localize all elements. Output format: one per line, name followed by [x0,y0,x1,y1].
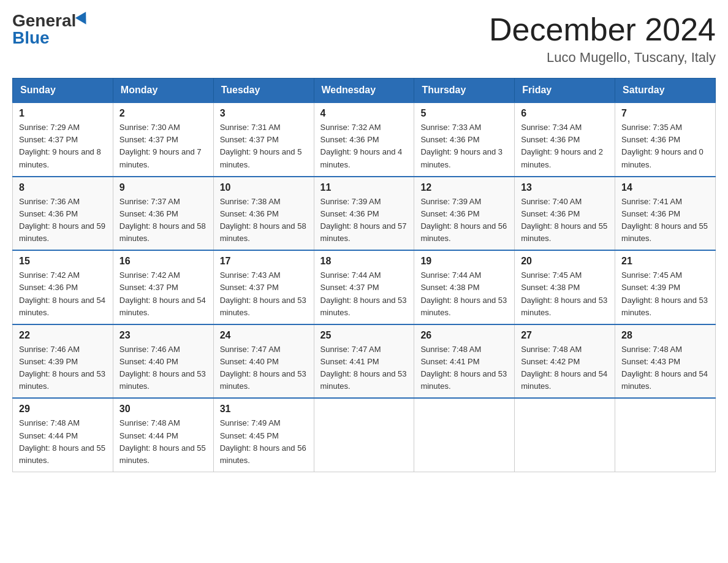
calendar-day-cell: 22 Sunrise: 7:46 AMSunset: 4:39 PMDaylig… [13,324,113,399]
calendar-day-cell: 19 Sunrise: 7:44 AMSunset: 4:38 PMDaylig… [414,250,515,324]
calendar-day-cell: 27 Sunrise: 7:48 AMSunset: 4:42 PMDaylig… [515,324,615,399]
day-info: Sunrise: 7:38 AMSunset: 4:36 PMDaylight:… [220,197,306,243]
day-number: 20 [521,256,609,267]
day-number: 19 [420,256,508,267]
calendar-day-cell: 14 Sunrise: 7:41 AMSunset: 4:36 PMDaylig… [615,177,716,251]
calendar-header-row: SundayMondayTuesdayWednesdayThursdayFrid… [13,79,716,103]
day-info: Sunrise: 7:46 AMSunset: 4:40 PMDaylight:… [119,345,206,391]
day-of-week-header: Sunday [13,79,113,103]
calendar-day-cell: 1 Sunrise: 7:29 AMSunset: 4:37 PMDayligh… [13,102,113,177]
day-number: 28 [621,330,709,341]
day-number: 27 [521,330,609,341]
day-info: Sunrise: 7:32 AMSunset: 4:36 PMDaylight:… [320,123,403,169]
day-info: Sunrise: 7:34 AMSunset: 4:36 PMDaylight:… [521,123,603,169]
calendar-day-cell: 5 Sunrise: 7:33 AMSunset: 4:36 PMDayligh… [414,102,515,177]
calendar-day-cell: 26 Sunrise: 7:48 AMSunset: 4:41 PMDaylig… [414,324,515,399]
calendar-day-cell [515,398,615,472]
calendar-week-row: 15 Sunrise: 7:42 AMSunset: 4:36 PMDaylig… [13,250,716,324]
calendar-day-cell: 20 Sunrise: 7:45 AMSunset: 4:38 PMDaylig… [515,250,615,324]
calendar-day-cell: 25 Sunrise: 7:47 AMSunset: 4:41 PMDaylig… [314,324,414,399]
day-number: 1 [19,108,107,119]
day-info: Sunrise: 7:39 AMSunset: 4:36 PMDaylight:… [420,197,507,243]
day-number: 7 [621,108,709,119]
day-info: Sunrise: 7:39 AMSunset: 4:36 PMDaylight:… [320,197,407,243]
day-number: 29 [19,404,107,415]
day-of-week-header: Monday [113,79,213,103]
day-number: 30 [119,404,207,415]
calendar-week-row: 29 Sunrise: 7:48 AMSunset: 4:44 PMDaylig… [13,398,716,472]
calendar-day-cell [314,398,414,472]
calendar-day-cell: 24 Sunrise: 7:47 AMSunset: 4:40 PMDaylig… [213,324,314,399]
day-of-week-header: Wednesday [314,79,414,103]
day-number: 31 [220,404,308,415]
day-number: 17 [220,256,308,267]
calendar-day-cell: 21 Sunrise: 7:45 AMSunset: 4:39 PMDaylig… [615,250,716,324]
calendar-day-cell: 2 Sunrise: 7:30 AMSunset: 4:37 PMDayligh… [113,102,213,177]
day-info: Sunrise: 7:40 AMSunset: 4:36 PMDaylight:… [521,197,607,243]
calendar-day-cell [414,398,515,472]
calendar-day-cell: 6 Sunrise: 7:34 AMSunset: 4:36 PMDayligh… [515,102,615,177]
calendar-day-cell: 7 Sunrise: 7:35 AMSunset: 4:36 PMDayligh… [615,102,716,177]
day-info: Sunrise: 7:49 AMSunset: 4:45 PMDaylight:… [220,418,306,464]
calendar-day-cell [615,398,716,472]
day-of-week-header: Tuesday [213,79,314,103]
calendar-week-row: 22 Sunrise: 7:46 AMSunset: 4:39 PMDaylig… [13,324,716,399]
logo-blue-text: Blue [12,29,50,47]
calendar-day-cell: 15 Sunrise: 7:42 AMSunset: 4:36 PMDaylig… [13,250,113,324]
calendar-day-cell: 31 Sunrise: 7:49 AMSunset: 4:45 PMDaylig… [213,398,314,472]
day-number: 22 [19,330,107,341]
day-number: 10 [220,182,308,193]
day-number: 23 [119,330,207,341]
day-number: 26 [420,330,508,341]
day-number: 8 [19,182,107,193]
day-info: Sunrise: 7:30 AMSunset: 4:37 PMDaylight:… [119,123,202,169]
day-info: Sunrise: 7:42 AMSunset: 4:37 PMDaylight:… [119,270,206,316]
day-info: Sunrise: 7:33 AMSunset: 4:36 PMDaylight:… [420,123,502,169]
day-number: 25 [320,330,408,341]
day-info: Sunrise: 7:44 AMSunset: 4:37 PMDaylight:… [320,270,407,316]
day-info: Sunrise: 7:47 AMSunset: 4:40 PMDaylight:… [220,345,306,391]
day-of-week-header: Friday [515,79,615,103]
day-info: Sunrise: 7:47 AMSunset: 4:41 PMDaylight:… [320,345,407,391]
calendar-day-cell: 10 Sunrise: 7:38 AMSunset: 4:36 PMDaylig… [213,177,314,251]
day-info: Sunrise: 7:31 AMSunset: 4:37 PMDaylight:… [220,123,302,169]
logo-general-text: General [12,12,76,29]
day-number: 24 [220,330,308,341]
calendar-week-row: 1 Sunrise: 7:29 AMSunset: 4:37 PMDayligh… [13,102,716,177]
calendar-day-cell: 8 Sunrise: 7:36 AMSunset: 4:36 PMDayligh… [13,177,113,251]
calendar-day-cell: 18 Sunrise: 7:44 AMSunset: 4:37 PMDaylig… [314,250,414,324]
day-number: 16 [119,256,207,267]
calendar-table: SundayMondayTuesdayWednesdayThursdayFrid… [12,78,716,472]
day-info: Sunrise: 7:35 AMSunset: 4:36 PMDaylight:… [621,123,703,169]
day-info: Sunrise: 7:48 AMSunset: 4:42 PMDaylight:… [521,345,607,391]
day-number: 9 [119,182,207,193]
calendar-day-cell: 11 Sunrise: 7:39 AMSunset: 4:36 PMDaylig… [314,177,414,251]
day-info: Sunrise: 7:45 AMSunset: 4:39 PMDaylight:… [621,270,708,316]
page-header: General Blue December 2024 Luco Mugello,… [12,12,716,66]
day-info: Sunrise: 7:48 AMSunset: 4:44 PMDaylight:… [19,418,105,464]
day-info: Sunrise: 7:41 AMSunset: 4:36 PMDaylight:… [621,197,708,243]
day-info: Sunrise: 7:46 AMSunset: 4:39 PMDaylight:… [19,345,105,391]
day-info: Sunrise: 7:45 AMSunset: 4:38 PMDaylight:… [521,270,607,316]
calendar-title: December 2024 [489,12,716,47]
day-info: Sunrise: 7:48 AMSunset: 4:44 PMDaylight:… [119,418,206,464]
calendar-day-cell: 23 Sunrise: 7:46 AMSunset: 4:40 PMDaylig… [113,324,213,399]
calendar-day-cell: 16 Sunrise: 7:42 AMSunset: 4:37 PMDaylig… [113,250,213,324]
calendar-day-cell: 30 Sunrise: 7:48 AMSunset: 4:44 PMDaylig… [113,398,213,472]
day-of-week-header: Saturday [615,79,716,103]
day-info: Sunrise: 7:48 AMSunset: 4:43 PMDaylight:… [621,345,708,391]
location-subtitle: Luco Mugello, Tuscany, Italy [489,50,716,66]
day-info: Sunrise: 7:37 AMSunset: 4:36 PMDaylight:… [119,197,206,243]
day-info: Sunrise: 7:42 AMSunset: 4:36 PMDaylight:… [19,270,105,316]
day-info: Sunrise: 7:43 AMSunset: 4:37 PMDaylight:… [220,270,306,316]
day-number: 15 [19,256,107,267]
day-info: Sunrise: 7:48 AMSunset: 4:41 PMDaylight:… [420,345,507,391]
logo: General Blue [12,12,89,47]
day-info: Sunrise: 7:29 AMSunset: 4:37 PMDaylight:… [19,123,101,169]
calendar-week-row: 8 Sunrise: 7:36 AMSunset: 4:36 PMDayligh… [13,177,716,251]
calendar-day-cell: 29 Sunrise: 7:48 AMSunset: 4:44 PMDaylig… [13,398,113,472]
day-number: 5 [420,108,508,119]
day-number: 2 [119,108,207,119]
day-of-week-header: Thursday [414,79,515,103]
calendar-day-cell: 12 Sunrise: 7:39 AMSunset: 4:36 PMDaylig… [414,177,515,251]
